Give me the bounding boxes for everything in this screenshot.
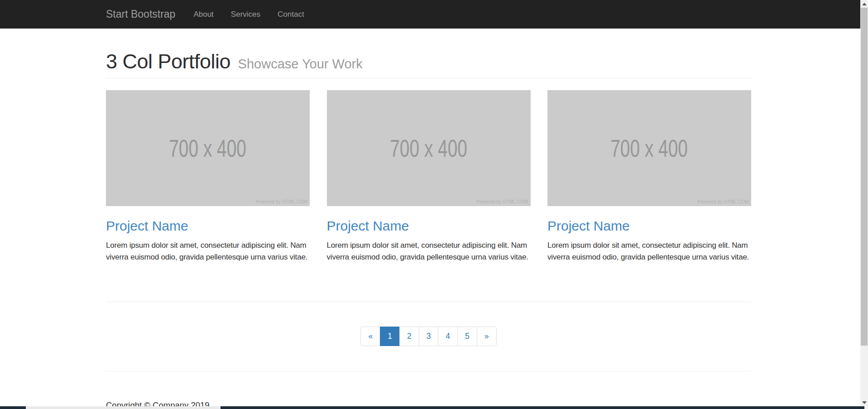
- footer-divider: [106, 371, 751, 371]
- horizontal-scrollbar-thumb[interactable]: [26, 406, 221, 409]
- pagination-prev[interactable]: «: [360, 327, 380, 346]
- portfolio-card: 700 x 400 Powered by HTML.COM Project Na…: [547, 90, 751, 263]
- pagination: « 1 2 3 4 5 »: [106, 327, 751, 346]
- pagination-page-2[interactable]: 2: [399, 327, 419, 346]
- project-description: Lorem ipsum dolor sit amet, consectetur …: [106, 240, 312, 263]
- page-title: 3 Col Portfolio: [106, 50, 230, 73]
- project-title-link[interactable]: Project Name: [106, 218, 188, 234]
- project-thumbnail-link[interactable]: 700 x 400 Powered by HTML.COM: [106, 90, 310, 206]
- pagination-page-3[interactable]: 3: [419, 327, 439, 346]
- pagination-next[interactable]: »: [477, 327, 497, 346]
- scrollbar-corner: [864, 406, 868, 409]
- pagination-page-1[interactable]: 1: [380, 327, 400, 346]
- scroll-down-icon: [862, 401, 867, 404]
- project-description: Lorem ipsum dolor sit amet, consectetur …: [327, 240, 533, 263]
- page-header: 3 Col Portfolio Showcase Your Work: [106, 50, 363, 73]
- project-description: Lorem ipsum dolor sit amet, consectetur …: [547, 240, 753, 263]
- placeholder-watermark: Powered by HTML.COM: [256, 199, 307, 204]
- header-divider: [106, 78, 751, 78]
- page-subtitle: Showcase Your Work: [238, 57, 363, 71]
- pagination-page-5[interactable]: 5: [457, 327, 477, 346]
- main-container: 3 Col Portfolio Showcase Your Work 700 x…: [106, 0, 751, 409]
- project-thumbnail-link[interactable]: 700 x 400 Powered by HTML.COM: [327, 90, 531, 206]
- placeholder-watermark: Powered by HTML.COM: [697, 199, 749, 204]
- vertical-scrollbar[interactable]: [860, 0, 868, 409]
- pagination-page-4[interactable]: 4: [438, 327, 458, 346]
- vertical-scrollbar-thumb[interactable]: [861, 8, 868, 346]
- scroll-up-button[interactable]: [860, 0, 868, 8]
- project-title-link[interactable]: Project Name: [547, 218, 630, 234]
- placeholder-dimensions-label: 700 x 400: [169, 134, 247, 162]
- portfolio-card: 700 x 400 Powered by HTML.COM Project Na…: [106, 90, 310, 263]
- horizontal-scrollbar[interactable]: [0, 406, 868, 409]
- portfolio-card: 700 x 400 Powered by HTML.COM Project Na…: [327, 90, 531, 263]
- scroll-down-button[interactable]: [860, 399, 868, 406]
- project-thumbnail-link[interactable]: 700 x 400 Powered by HTML.COM: [547, 90, 751, 206]
- placeholder-dimensions-label: 700 x 400: [390, 134, 467, 162]
- project-title-link[interactable]: Project Name: [327, 218, 409, 234]
- portfolio-grid: 700 x 400 Powered by HTML.COM Project Na…: [106, 90, 751, 263]
- scroll-up-icon: [862, 3, 867, 5]
- content-divider: [106, 302, 751, 302]
- placeholder-watermark: Powered by HTML.COM: [476, 199, 528, 204]
- placeholder-dimensions-label: 700 x 400: [611, 134, 688, 162]
